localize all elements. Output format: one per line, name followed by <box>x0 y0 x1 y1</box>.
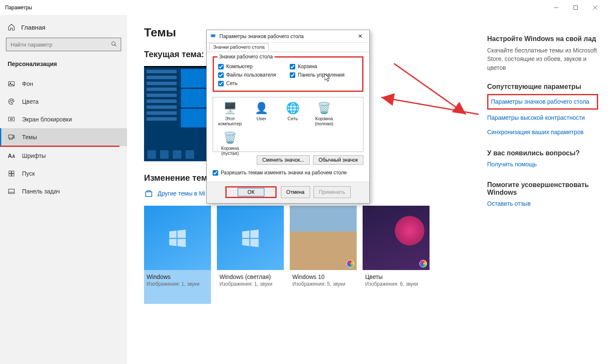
theme-meta: Изображения: 1, звуки <box>147 281 211 287</box>
recycle-full-icon: 🗑️ <box>317 101 331 115</box>
app-title: Параметры <box>5 5 32 11</box>
store-link-label: Другие темы в Mi <box>158 190 205 197</box>
sidebar-item-label: Цвета <box>22 98 39 105</box>
checkbox-computer[interactable]: Компьютер <box>218 63 286 69</box>
cancel-button[interactable]: Отмена <box>281 186 310 198</box>
sidebar-item-label: Шрифты <box>22 152 46 159</box>
titlebar: Параметры <box>0 0 610 15</box>
svg-rect-11 <box>8 117 14 121</box>
picture-icon <box>8 80 15 88</box>
svg-rect-21 <box>211 34 216 35</box>
dialog-tab[interactable]: Значки рабочего стола <box>209 43 269 51</box>
link-desktop-icon-settings[interactable]: Параметры значков рабочего стола <box>487 94 598 110</box>
dialog-close-button[interactable]: ✕ <box>354 32 366 41</box>
sidebar-item-label: Панель задач <box>22 188 60 195</box>
restore-default-button[interactable]: Обычный значок <box>313 155 363 165</box>
right-heading-customize: Настройте Windows на свой лад <box>487 35 598 43</box>
dialog-title: Параметры значков рабочего стола <box>219 33 304 39</box>
checkbox-control-panel[interactable]: Панель управления <box>290 72 358 78</box>
sidebar-item-start[interactable]: Пуск <box>0 165 127 182</box>
icon-preview-area[interactable]: 🖥️Этоткомпьютер 👤User 🌐Сеть 🗑️Корзина(по… <box>213 97 363 152</box>
theme-meta: Изображения: 1, звуки <box>219 281 284 287</box>
store-icon <box>144 189 153 198</box>
search-icon <box>111 41 117 48</box>
theme-name: Windows <box>147 273 211 280</box>
checkbox-label: Файлы пользователя <box>226 72 276 78</box>
ok-button[interactable]: ОК <box>238 188 264 196</box>
palette-badge-icon <box>347 260 354 267</box>
dialog-titlebar: Параметры значков рабочего стола ✕ <box>207 30 369 43</box>
start-icon <box>8 170 15 177</box>
change-icon-button[interactable]: Сменить значок... <box>257 155 310 165</box>
checkbox-user-files[interactable]: Файлы пользователя <box>218 72 286 78</box>
sidebar-home[interactable]: Главная <box>0 20 127 38</box>
checkbox-recycle-bin[interactable]: Корзина <box>290 63 358 69</box>
fieldset-legend: Значки рабочего стола <box>217 54 274 60</box>
home-icon <box>8 23 15 31</box>
close-button[interactable] <box>585 1 605 14</box>
palette-badge-icon <box>419 260 427 267</box>
right-column: Настройте Windows на свой лад Скачайте б… <box>487 15 610 364</box>
theme-card-windows10[interactable]: Windows 10 Изображения: 5, звуки <box>290 206 357 304</box>
checkbox-label: Корзина <box>298 63 317 69</box>
svg-point-10 <box>12 100 13 101</box>
theme-card-windows[interactable]: Windows Изображения: 1, звуки <box>144 206 211 304</box>
icon-item-network[interactable]: 🌐Сеть <box>279 101 306 126</box>
link-high-contrast[interactable]: Параметры высокой контрастности <box>487 114 598 122</box>
svg-point-4 <box>112 42 115 45</box>
sidebar-item-taskbar[interactable]: Панель задач <box>0 182 127 200</box>
icon-item-recycle-empty[interactable]: 🗑️Корзина(пустая) <box>216 130 244 156</box>
icon-item-recycle-full[interactable]: 🗑️Корзина(полная) <box>311 101 338 126</box>
svg-rect-13 <box>8 135 13 138</box>
user-icon: 👤 <box>254 101 269 115</box>
desktop-icons-dialog: Параметры значков рабочего стола ✕ Значк… <box>206 30 370 204</box>
theme-meta: Изображения: 5, звуки <box>292 281 357 287</box>
svg-line-5 <box>115 45 116 47</box>
sidebar-item-label: Пуск <box>22 170 35 177</box>
checkbox-label: Компьютер <box>226 63 252 69</box>
sidebar-item-colors[interactable]: Цвета <box>0 93 127 110</box>
sidebar-home-label: Главная <box>21 24 45 31</box>
checkbox-label: Сеть <box>226 80 238 86</box>
dialog-sys-icon <box>210 33 216 40</box>
theme-card-flowers[interactable]: Цветы Изображения: 6, звуки <box>363 206 430 304</box>
themes-icon <box>8 133 15 141</box>
theme-grid: Windows Изображения: 1, звуки Windows (с… <box>144 206 470 304</box>
svg-rect-14 <box>9 171 11 173</box>
right-heading-improve: Помогите усовершенствовать Windows <box>487 181 598 196</box>
sidebar: Главная Персонализация Фон Цвета Экран б… <box>0 15 127 364</box>
sidebar-section-label: Персонализация <box>0 57 127 75</box>
sidebar-item-label: Экран блокировки <box>22 116 72 123</box>
taskbar-icon <box>8 188 15 195</box>
apply-button[interactable]: Применить <box>313 186 351 198</box>
icon-item-user[interactable]: 👤User <box>248 101 275 126</box>
svg-rect-18 <box>8 189 14 194</box>
right-heading-questions: У вас появились вопросы? <box>487 149 598 157</box>
link-sync-settings[interactable]: Синхронизация ваших параметров <box>487 128 598 137</box>
svg-point-8 <box>10 101 11 102</box>
dialog-footer: ОК Отмена Применить <box>207 182 369 203</box>
sidebar-item-background[interactable]: Фон <box>0 75 127 93</box>
right-heading-related: Сопутствующие параметры <box>487 83 598 91</box>
search-input[interactable] <box>6 38 121 51</box>
link-feedback[interactable]: Оставить отзыв <box>487 200 598 208</box>
sidebar-item-fonts[interactable]: AA Шрифты <box>0 147 127 165</box>
checkbox-label: Разрешить темам изменять значки на рабоч… <box>221 170 347 176</box>
link-get-help[interactable]: Получить помощь <box>487 160 598 169</box>
right-text-store: Скачайте бесплатные темы из Microsoft St… <box>487 46 598 72</box>
checkbox-allow-themes[interactable]: Разрешить темам изменять значки на рабоч… <box>213 170 363 176</box>
minimize-button[interactable] <box>546 1 566 14</box>
maximize-button[interactable] <box>566 1 585 14</box>
sidebar-item-label: Фон <box>22 80 33 87</box>
svg-rect-1 <box>574 6 578 9</box>
sidebar-item-themes[interactable]: Темы <box>0 128 127 146</box>
sidebar-item-lockscreen[interactable]: Экран блокировки <box>0 110 127 128</box>
svg-rect-17 <box>12 174 14 176</box>
checkbox-network[interactable]: Сеть <box>218 80 286 86</box>
theme-card-windows-light[interactable]: Windows (светлая) Изображения: 1, звуки <box>217 206 284 304</box>
lockscreen-icon <box>8 116 15 123</box>
theme-name: Цветы <box>365 273 430 280</box>
icon-item-this-pc[interactable]: 🖥️Этоткомпьютер <box>216 101 244 126</box>
computer-icon: 🖥️ <box>223 101 237 115</box>
recycle-empty-icon: 🗑️ <box>223 130 237 145</box>
